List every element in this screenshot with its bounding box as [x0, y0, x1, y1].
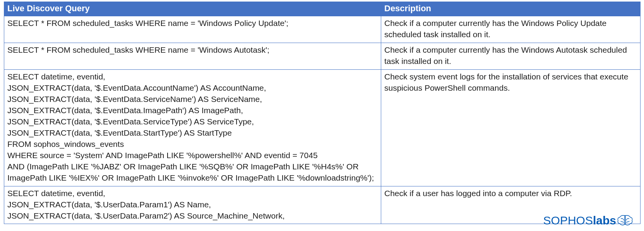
- sophos-labs-logo: SOPHOSlabs: [543, 214, 633, 227]
- description-cell: Check system event logs for the installa…: [381, 69, 641, 186]
- logo-thin: SOPHOS: [543, 214, 593, 227]
- table-row: SELECT datetime, eventid, JSON_EXTRACT(d…: [4, 69, 641, 186]
- header-row: Live Discover Query Description: [4, 2, 641, 16]
- logo-text: SOPHOSlabs: [543, 214, 616, 227]
- header-query: Live Discover Query: [4, 2, 381, 16]
- brain-icon: [617, 214, 633, 227]
- description-cell: Check if a computer currently has the Wi…: [381, 16, 641, 43]
- table-row: SELECT * FROM scheduled_tasks WHERE name…: [4, 16, 641, 43]
- query-cell: SELECT * FROM scheduled_tasks WHERE name…: [4, 43, 381, 69]
- table-row: SELECT * FROM scheduled_tasks WHERE name…: [4, 43, 641, 69]
- description-cell: Check if a computer currently has the Wi…: [381, 43, 641, 69]
- query-cell: SELECT datetime, eventid, JSON_EXTRACT(d…: [4, 186, 381, 224]
- query-cell: SELECT * FROM scheduled_tasks WHERE name…: [4, 16, 381, 43]
- query-cell: SELECT datetime, eventid, JSON_EXTRACT(d…: [4, 69, 381, 186]
- header-description: Description: [381, 2, 641, 16]
- query-table: Live Discover Query Description SELECT *…: [4, 2, 641, 224]
- logo-bold: labs: [593, 214, 616, 227]
- query-table-container: Live Discover Query Description SELECT *…: [4, 2, 640, 224]
